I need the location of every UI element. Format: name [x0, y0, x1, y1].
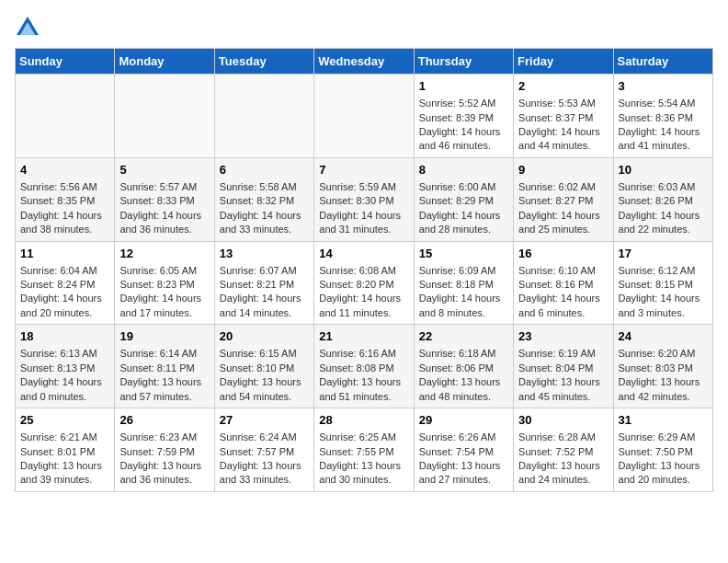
- day-number: 4: [20, 162, 109, 178]
- logo-icon: [15, 15, 40, 40]
- day-number: 30: [518, 412, 608, 429]
- day-number: 13: [220, 246, 309, 262]
- day-number: 26: [119, 412, 209, 429]
- calendar-week-5: 25Sunrise: 6:21 AM Sunset: 8:01 PM Dayli…: [16, 408, 713, 492]
- day-number: 28: [319, 412, 408, 429]
- day-headers-row: SundayMondayTuesdayWednesdayThursdayFrid…: [16, 49, 713, 75]
- calendar-cell: 20Sunrise: 6:15 AM Sunset: 8:10 PM Dayli…: [214, 325, 313, 408]
- day-info: Sunrise: 6:12 AM Sunset: 8:15 PM Dayligh…: [619, 264, 708, 321]
- calendar-body: 1Sunrise: 5:52 AM Sunset: 8:39 PM Daylig…: [16, 75, 713, 492]
- calendar-cell: 23Sunrise: 6:19 AM Sunset: 8:04 PM Dayli…: [514, 325, 613, 408]
- calendar-cell: 11Sunrise: 6:04 AM Sunset: 8:24 PM Dayli…: [16, 241, 115, 325]
- calendar-cell: 17Sunrise: 6:12 AM Sunset: 8:15 PM Dayli…: [613, 241, 712, 325]
- logo: [15, 15, 44, 40]
- day-header-wednesday: Wednesday: [314, 49, 414, 75]
- calendar-cell: 28Sunrise: 6:25 AM Sunset: 7:55 PM Dayli…: [314, 408, 414, 492]
- calendar-cell: 7Sunrise: 5:59 AM Sunset: 8:30 PM Daylig…: [314, 157, 414, 241]
- calendar-cell: 31Sunrise: 6:29 AM Sunset: 7:50 PM Dayli…: [613, 408, 712, 492]
- day-info: Sunrise: 6:29 AM Sunset: 7:50 PM Dayligh…: [619, 431, 708, 488]
- day-number: 18: [20, 328, 109, 345]
- calendar-cell: 22Sunrise: 6:18 AM Sunset: 8:06 PM Dayli…: [414, 325, 513, 408]
- day-info: Sunrise: 5:58 AM Sunset: 8:32 PM Dayligh…: [220, 180, 309, 237]
- calendar-cell: 24Sunrise: 6:20 AM Sunset: 8:03 PM Dayli…: [613, 325, 712, 408]
- calendar-cell: 12Sunrise: 6:05 AM Sunset: 8:23 PM Dayli…: [115, 241, 214, 325]
- day-info: Sunrise: 6:18 AM Sunset: 8:06 PM Dayligh…: [419, 347, 508, 404]
- day-number: 3: [619, 78, 708, 95]
- day-number: 20: [220, 328, 309, 345]
- day-header-saturday: Saturday: [613, 49, 712, 75]
- calendar-cell: 19Sunrise: 6:14 AM Sunset: 8:11 PM Dayli…: [115, 325, 214, 408]
- day-number: 19: [119, 328, 209, 345]
- calendar-cell: 16Sunrise: 6:10 AM Sunset: 8:16 PM Dayli…: [514, 241, 613, 325]
- day-info: Sunrise: 6:23 AM Sunset: 7:59 PM Dayligh…: [119, 431, 209, 488]
- day-info: Sunrise: 6:20 AM Sunset: 8:03 PM Dayligh…: [619, 347, 708, 404]
- day-number: 22: [419, 328, 508, 345]
- day-info: Sunrise: 5:56 AM Sunset: 8:35 PM Dayligh…: [20, 180, 109, 237]
- day-info: Sunrise: 6:26 AM Sunset: 7:54 PM Dayligh…: [419, 431, 508, 488]
- calendar: SundayMondayTuesdayWednesdayThursdayFrid…: [15, 48, 713, 492]
- day-info: Sunrise: 6:00 AM Sunset: 8:29 PM Dayligh…: [419, 180, 508, 237]
- calendar-cell: 14Sunrise: 6:08 AM Sunset: 8:20 PM Dayli…: [314, 241, 414, 325]
- day-info: Sunrise: 6:04 AM Sunset: 8:24 PM Dayligh…: [20, 264, 109, 321]
- calendar-cell: 8Sunrise: 6:00 AM Sunset: 8:29 PM Daylig…: [414, 157, 513, 241]
- day-number: 16: [518, 246, 608, 262]
- calendar-cell: 3Sunrise: 5:54 AM Sunset: 8:36 PM Daylig…: [613, 75, 712, 158]
- calendar-cell: [214, 75, 313, 158]
- day-number: 2: [518, 78, 608, 95]
- calendar-week-3: 11Sunrise: 6:04 AM Sunset: 8:24 PM Dayli…: [16, 241, 713, 325]
- calendar-cell: [314, 75, 414, 158]
- day-number: 12: [119, 246, 209, 262]
- day-info: Sunrise: 6:21 AM Sunset: 8:01 PM Dayligh…: [20, 431, 109, 488]
- day-header-monday: Monday: [115, 49, 214, 75]
- day-number: 7: [319, 162, 408, 178]
- calendar-cell: 26Sunrise: 6:23 AM Sunset: 7:59 PM Dayli…: [115, 408, 214, 492]
- day-number: 6: [220, 162, 309, 178]
- calendar-cell: 25Sunrise: 6:21 AM Sunset: 8:01 PM Dayli…: [16, 408, 115, 492]
- day-info: Sunrise: 6:14 AM Sunset: 8:11 PM Dayligh…: [119, 347, 209, 404]
- day-number: 14: [319, 246, 408, 262]
- day-info: Sunrise: 6:09 AM Sunset: 8:18 PM Dayligh…: [419, 264, 508, 321]
- day-info: Sunrise: 6:15 AM Sunset: 8:10 PM Dayligh…: [220, 347, 309, 404]
- day-number: 31: [619, 412, 708, 429]
- calendar-cell: 18Sunrise: 6:13 AM Sunset: 8:13 PM Dayli…: [16, 325, 115, 408]
- day-info: Sunrise: 6:08 AM Sunset: 8:20 PM Dayligh…: [319, 264, 408, 321]
- day-number: 24: [619, 328, 708, 345]
- day-number: 1: [419, 78, 508, 95]
- calendar-cell: 27Sunrise: 6:24 AM Sunset: 7:57 PM Dayli…: [214, 408, 313, 492]
- day-header-friday: Friday: [514, 49, 613, 75]
- day-number: 25: [20, 412, 109, 429]
- day-number: 9: [518, 162, 608, 178]
- day-number: 23: [518, 328, 608, 345]
- day-number: 11: [20, 246, 109, 262]
- calendar-week-4: 18Sunrise: 6:13 AM Sunset: 8:13 PM Dayli…: [16, 325, 713, 408]
- calendar-cell: 13Sunrise: 6:07 AM Sunset: 8:21 PM Dayli…: [214, 241, 313, 325]
- day-info: Sunrise: 6:02 AM Sunset: 8:27 PM Dayligh…: [518, 180, 608, 237]
- calendar-cell: 30Sunrise: 6:28 AM Sunset: 7:52 PM Dayli…: [514, 408, 613, 492]
- day-info: Sunrise: 6:16 AM Sunset: 8:08 PM Dayligh…: [319, 347, 408, 404]
- calendar-week-2: 4Sunrise: 5:56 AM Sunset: 8:35 PM Daylig…: [16, 157, 713, 241]
- day-header-thursday: Thursday: [414, 49, 513, 75]
- day-header-sunday: Sunday: [16, 49, 115, 75]
- day-number: 21: [319, 328, 408, 345]
- day-number: 29: [419, 412, 508, 429]
- day-info: Sunrise: 6:10 AM Sunset: 8:16 PM Dayligh…: [518, 264, 608, 321]
- day-number: 5: [119, 162, 209, 178]
- day-number: 27: [220, 412, 309, 429]
- calendar-cell: 6Sunrise: 5:58 AM Sunset: 8:32 PM Daylig…: [214, 157, 313, 241]
- day-info: Sunrise: 6:03 AM Sunset: 8:26 PM Dayligh…: [619, 180, 708, 237]
- calendar-cell: 2Sunrise: 5:53 AM Sunset: 8:37 PM Daylig…: [514, 75, 613, 158]
- day-number: 15: [419, 246, 508, 262]
- day-header-tuesday: Tuesday: [214, 49, 313, 75]
- day-info: Sunrise: 6:19 AM Sunset: 8:04 PM Dayligh…: [518, 347, 608, 404]
- day-info: Sunrise: 6:28 AM Sunset: 7:52 PM Dayligh…: [518, 431, 608, 488]
- calendar-header: SundayMondayTuesdayWednesdayThursdayFrid…: [16, 49, 713, 75]
- day-number: 17: [619, 246, 708, 262]
- day-info: Sunrise: 6:05 AM Sunset: 8:23 PM Dayligh…: [119, 264, 209, 321]
- day-info: Sunrise: 5:57 AM Sunset: 8:33 PM Dayligh…: [119, 180, 209, 237]
- day-info: Sunrise: 5:53 AM Sunset: 8:37 PM Dayligh…: [518, 97, 608, 154]
- page-header: [15, 15, 713, 40]
- day-info: Sunrise: 5:54 AM Sunset: 8:36 PM Dayligh…: [619, 97, 708, 154]
- calendar-cell: 5Sunrise: 5:57 AM Sunset: 8:33 PM Daylig…: [115, 157, 214, 241]
- calendar-cell: [16, 75, 115, 158]
- day-info: Sunrise: 6:25 AM Sunset: 7:55 PM Dayligh…: [319, 431, 408, 488]
